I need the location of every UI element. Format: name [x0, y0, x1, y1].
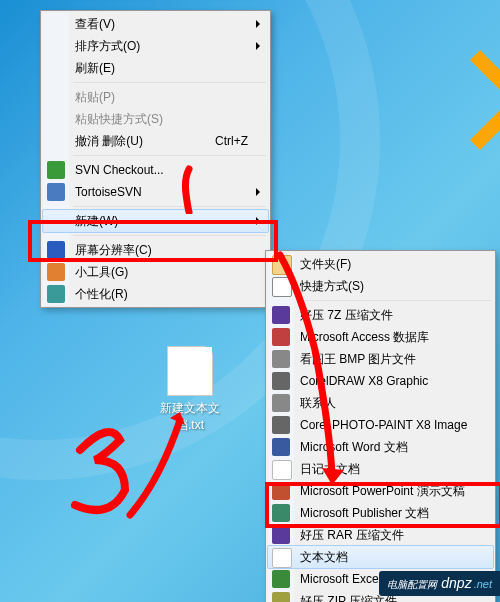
menu-item[interactable]: 个性化(R) [43, 283, 268, 305]
zip-icon [272, 592, 290, 602]
watermark-sub: .net [474, 578, 492, 590]
folder-icon [272, 255, 292, 275]
menu-item[interactable]: Microsoft Word 文档 [268, 436, 493, 458]
menu-separator [73, 155, 266, 156]
txt-icon [272, 548, 292, 568]
menu-separator [298, 300, 491, 301]
menu-item[interactable]: Corel PHOTO-PAINT X8 Image [268, 414, 493, 436]
pub-icon [272, 504, 290, 522]
menu-item-label: Microsoft Publisher 文档 [300, 502, 429, 524]
menu-item-label: 刷新(E) [75, 57, 115, 79]
menu-item[interactable]: 快捷方式(S) [268, 275, 493, 297]
menu-item[interactable]: 日记本文档 [268, 458, 493, 480]
menu-item[interactable]: TortoiseSVN [43, 181, 268, 203]
menu-item-label: 查看(V) [75, 13, 115, 35]
menu-item-label: Microsoft Word 文档 [300, 436, 408, 458]
rar-icon [272, 306, 290, 324]
menu-item-label: 好压 RAR 压缩文件 [300, 524, 404, 546]
menu-item-label: Microsoft PowerPoint 演示文稿 [300, 480, 465, 502]
menu-item[interactable]: 好压 RAR 压缩文件 [268, 524, 493, 546]
menu-item[interactable]: Microsoft Access 数据库 [268, 326, 493, 348]
menu-separator [73, 235, 266, 236]
rar-icon [272, 526, 290, 544]
menu-item-shortcut: Ctrl+Z [215, 130, 248, 152]
menu-item-label: 小工具(G) [75, 261, 128, 283]
menu-item-label: 日记本文档 [300, 458, 360, 480]
menu-item[interactable]: 新建(W) [42, 209, 269, 233]
menu-item[interactable]: 文件夹(F) [268, 253, 493, 275]
menu-item[interactable]: 刷新(E) [43, 57, 268, 79]
menu-item-label: CorelDRAW X8 Graphic [300, 370, 428, 392]
menu-item-label: 粘贴(P) [75, 86, 115, 108]
menu-item[interactable]: 查看(V) [43, 13, 268, 35]
menu-item[interactable]: 看图王 BMP 图片文件 [268, 348, 493, 370]
menu-separator [73, 206, 266, 207]
menu-item-label: 个性化(R) [75, 283, 128, 305]
menu-item[interactable]: 好压 7Z 压缩文件 [268, 304, 493, 326]
watermark-main: dnpz [441, 575, 471, 591]
annotation-stroke-1 [174, 164, 204, 214]
menu-item-label: 看图王 BMP 图片文件 [300, 348, 416, 370]
submenu-arrow-icon [256, 42, 260, 50]
menu-item[interactable]: 联系人 [268, 392, 493, 414]
menu-item[interactable]: 文本文档 [267, 545, 494, 569]
menu-item-label: 新建(W) [75, 210, 118, 232]
text-file-icon [167, 346, 213, 396]
gray2-icon [272, 416, 290, 434]
annotation-three-arrow [70, 410, 190, 530]
menu-item-label: 快捷方式(S) [300, 275, 364, 297]
submenu-arrow-icon [256, 188, 260, 196]
gray2-icon [272, 372, 290, 390]
watermark-prefix: 电脑配置网 [387, 578, 437, 592]
watermark-logo: 电脑配置网 dnpz .net [379, 571, 500, 596]
menu-separator [73, 82, 266, 83]
menu-item: 粘贴(P) [43, 86, 268, 108]
menu-item-label: TortoiseSVN [75, 181, 142, 203]
submenu-arrow-icon [256, 217, 260, 225]
orange-icon [47, 263, 65, 281]
menu-item-label: 屏幕分辨率(C) [75, 239, 152, 261]
menu-item[interactable]: Microsoft Publisher 文档 [268, 502, 493, 524]
red-icon [272, 328, 290, 346]
menu-item[interactable]: Microsoft PowerPoint 演示文稿 [268, 480, 493, 502]
windows-logo-fragment [430, 50, 500, 150]
menu-item-label: 撤消 删除(U) [75, 130, 143, 152]
menu-item-label: 好压 7Z 压缩文件 [300, 304, 393, 326]
menu-item[interactable]: 撤消 删除(U)Ctrl+Z [43, 130, 268, 152]
blue2-icon [47, 241, 65, 259]
menu-item-label: 粘贴快捷方式(S) [75, 108, 163, 130]
desktop-context-menu: 查看(V)排序方式(O)刷新(E)粘贴(P)粘贴快捷方式(S)撤消 删除(U)C… [40, 10, 271, 308]
gray1-icon [272, 394, 290, 412]
menu-item[interactable]: CorelDRAW X8 Graphic [268, 370, 493, 392]
menu-item-label: Microsoft Access 数据库 [300, 326, 429, 348]
shortcut-ico-icon [272, 277, 292, 297]
menu-item[interactable]: 小工具(G) [43, 261, 268, 283]
green-icon [47, 161, 65, 179]
menu-item-label: Corel PHOTO-PAINT X8 Image [300, 414, 467, 436]
menu-item[interactable]: 排序方式(O) [43, 35, 268, 57]
docblue-icon [272, 438, 290, 456]
submenu-arrow-icon [256, 20, 260, 28]
gray1-icon [272, 350, 290, 368]
xls-icon [272, 570, 290, 588]
menu-item-label: 文件夹(F) [300, 253, 351, 275]
new-submenu: 文件夹(F)快捷方式(S)好压 7Z 压缩文件Microsoft Access … [265, 250, 496, 602]
txt-icon [272, 460, 292, 480]
menu-item[interactable]: SVN Checkout... [43, 159, 268, 181]
menu-item-label: SVN Checkout... [75, 159, 164, 181]
menu-item-label: 文本文档 [300, 546, 348, 568]
menu-item-label: 排序方式(O) [75, 35, 140, 57]
ppt-icon [272, 482, 290, 500]
menu-item[interactable]: 屏幕分辨率(C) [43, 239, 268, 261]
menu-item: 粘贴快捷方式(S) [43, 108, 268, 130]
blue1-icon [47, 183, 65, 201]
menu-item-label: 联系人 [300, 392, 336, 414]
teal-icon [47, 285, 65, 303]
